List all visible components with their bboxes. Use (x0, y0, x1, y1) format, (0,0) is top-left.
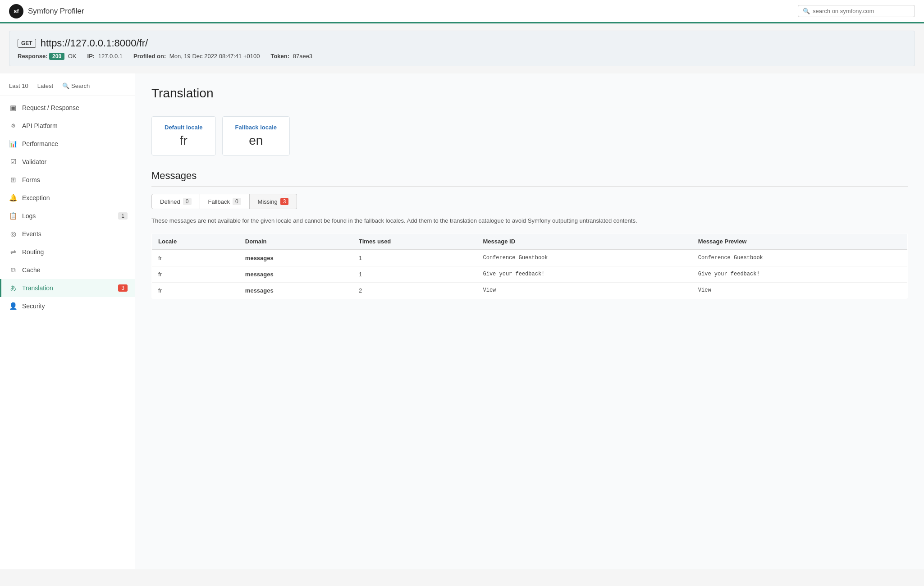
events-icon: ◎ (9, 229, 18, 238)
sidebar-nav-top: Last 10 Latest 🔍 Search (0, 78, 135, 96)
validator-icon: ☑ (9, 157, 18, 166)
logs-badge: 1 (118, 212, 128, 220)
sidebar-item-request-response[interactable]: ▣ Request / Response (0, 99, 135, 117)
sidebar-item-label: Events (22, 230, 41, 238)
sidebar-item-security[interactable]: 👤 Security (0, 297, 135, 315)
search-icon: 🔍 (803, 8, 810, 14)
sidebar-item-translation[interactable]: あ Translation 3 (0, 279, 135, 297)
request-method: GET (18, 39, 36, 48)
cell-locale: fr (152, 282, 239, 298)
table-row: fr messages 2 View View (152, 282, 908, 298)
sidebar-item-label: Exception (22, 194, 50, 201)
token-value: 87aee3 (293, 53, 312, 60)
cell-locale: fr (152, 266, 239, 282)
sidebar-item-validator[interactable]: ☑ Validator (0, 153, 135, 171)
default-locale-label: Default locale (165, 124, 203, 131)
status-code: 200 (49, 53, 64, 60)
tab-fallback-label: Fallback (208, 198, 230, 205)
tab-missing-count: 3 (280, 198, 289, 205)
latest-button[interactable]: Latest (34, 81, 57, 91)
sidebar-search-icon: 🔍 (62, 82, 69, 89)
top-bar: sf Symfony Profiler 🔍 (0, 0, 924, 23)
security-icon: 👤 (9, 302, 18, 311)
sidebar-item-cache[interactable]: ⧉ Cache (0, 261, 135, 279)
tab-missing-label: Missing (258, 198, 278, 205)
response-label: Response: 200 OK (18, 53, 77, 60)
cell-times-used: 1 (352, 266, 476, 282)
global-search-input[interactable] (813, 8, 910, 14)
tab-defined-count: 0 (183, 198, 192, 205)
translation-icon: あ (9, 284, 18, 293)
tab-missing[interactable]: Missing 3 (250, 194, 297, 209)
performance-icon: 📊 (9, 139, 18, 148)
ip-value: 127.0.0.1 (98, 53, 123, 60)
forms-icon: ⊞ (9, 175, 18, 184)
app-title: Symfony Profiler (28, 7, 84, 16)
sidebar-item-exception[interactable]: 🔔 Exception (0, 189, 135, 207)
table-row: fr messages 1 Conference Guestbook Confe… (152, 250, 908, 266)
cell-message-id: View (477, 282, 692, 298)
cache-icon: ⧉ (9, 266, 18, 275)
sidebar-item-label: Validator (22, 158, 46, 165)
cell-message-id: Give your feedback! (477, 266, 692, 282)
request-banner: GET https://127.0.0.1:8000/fr/ Response:… (9, 31, 915, 66)
col-times-used: Times used (352, 233, 476, 250)
fallback-locale-label: Fallback locale (235, 124, 277, 131)
status-text: OK (68, 53, 77, 60)
request-meta: Response: 200 OK IP: 127.0.0.1 Profiled … (18, 53, 906, 60)
global-search-box[interactable]: 🔍 (798, 5, 915, 17)
tab-fallback-count: 0 (233, 198, 241, 205)
cell-message-preview: Conference Guestbook (692, 250, 908, 266)
tab-defined-label: Defined (160, 198, 180, 205)
sidebar-item-performance[interactable]: 📊 Performance (0, 135, 135, 153)
messages-section-title: Messages (151, 170, 908, 187)
cell-domain: messages (239, 266, 352, 282)
sidebar-item-api-platform[interactable]: ⚙ API Platform (0, 117, 135, 135)
cell-domain: messages (239, 282, 352, 298)
last10-button[interactable]: Last 10 (5, 81, 32, 91)
sidebar-item-label: Forms (22, 176, 40, 183)
api-platform-icon: ⚙ (9, 121, 18, 130)
sidebar-item-label: Security (22, 302, 45, 310)
tab-fallback[interactable]: Fallback 0 (200, 194, 250, 209)
tab-defined[interactable]: Defined 0 (151, 194, 200, 209)
main-layout: Last 10 Latest 🔍 Search ▣ Request / Resp… (0, 73, 924, 569)
col-locale: Locale (152, 233, 239, 250)
content-area: Translation Default locale fr Fallback l… (135, 73, 924, 569)
cell-message-id: Conference Guestbook (477, 250, 692, 266)
sidebar-item-label: Logs (22, 212, 36, 220)
messages-table: Locale Domain Times used Message ID Mess… (151, 233, 908, 299)
exception-icon: 🔔 (9, 193, 18, 202)
default-locale-value: fr (165, 133, 203, 148)
page-title: Translation (151, 86, 908, 107)
translation-badge: 3 (118, 284, 128, 292)
sidebar-item-label: Translation (22, 284, 53, 292)
table-row: fr messages 1 Give your feedback! Give y… (152, 266, 908, 282)
token-info: Token: 87aee3 (270, 53, 312, 60)
sidebar-item-label: Routing (22, 248, 44, 256)
symfony-logo: sf (9, 4, 23, 18)
sidebar-item-forms[interactable]: ⊞ Forms (0, 171, 135, 189)
sidebar-item-logs[interactable]: 📋 Logs 1 (0, 207, 135, 225)
cell-message-preview: Give your feedback! (692, 266, 908, 282)
cell-locale: fr (152, 250, 239, 266)
sidebar-item-label: Cache (22, 266, 40, 274)
table-header-row: Locale Domain Times used Message ID Mess… (152, 233, 908, 250)
profiled-info: Profiled on: Mon, 19 Dec 2022 08:47:41 +… (133, 53, 260, 60)
routing-icon: ⇌ (9, 247, 18, 256)
fallback-locale-value: en (235, 133, 277, 148)
col-message-preview: Message Preview (692, 233, 908, 250)
sidebar-item-routing[interactable]: ⇌ Routing (0, 243, 135, 261)
top-bar-left: sf Symfony Profiler (9, 4, 84, 18)
col-message-id: Message ID (477, 233, 692, 250)
request-method-url: GET https://127.0.0.1:8000/fr/ (18, 37, 906, 49)
cell-message-preview: View (692, 282, 908, 298)
profiled-value: Mon, 19 Dec 2022 08:47:41 +0100 (169, 53, 260, 60)
sidebar-item-label: Performance (22, 140, 58, 147)
locale-cards: Default locale fr Fallback locale en (151, 116, 908, 156)
messages-description: These messages are not available for the… (151, 216, 908, 226)
messages-tabs: Defined 0 Fallback 0 Missing 3 (151, 194, 908, 209)
request-response-icon: ▣ (9, 103, 18, 112)
sidebar-item-events[interactable]: ◎ Events (0, 225, 135, 243)
sidebar-search-button[interactable]: 🔍 Search (59, 81, 93, 91)
